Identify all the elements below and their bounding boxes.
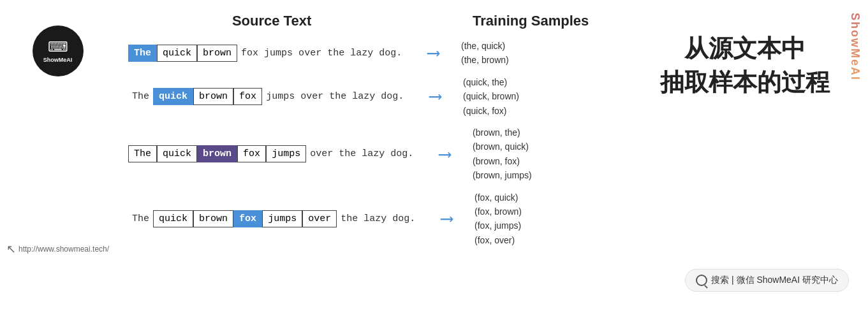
sample-1-1: (the, quick): [461, 39, 589, 53]
token-quick-1: quick: [157, 45, 197, 62]
logo-icon: ⌨: [48, 39, 68, 55]
token-fox-4: fox: [233, 210, 262, 227]
chinese-line2: 抽取样本的过程: [660, 66, 830, 99]
sample-3-1: (brown, the): [473, 126, 600, 140]
token-the-1: The: [128, 45, 157, 62]
plain-fox-1: fox jumps over the lazy dog.: [237, 45, 406, 61]
sample-2-2: (quick, brown): [463, 89, 591, 103]
plain-rest-2: jumps over the lazy dog.: [262, 89, 408, 104]
token-sequence-1: The quick brown fox jumps over the lazy …: [128, 45, 406, 62]
training-samples-3: (brown, the) (brown, quick) (brown, fox)…: [473, 126, 600, 183]
training-samples-4: (fox, quick) (fox, brown) (fox, jumps) (…: [474, 190, 602, 248]
plain-the-4: The: [128, 211, 153, 227]
token-sequence-2: The quick brown fox jumps over the lazy …: [128, 88, 408, 105]
sample-2-3: (quick, fox): [463, 104, 591, 118]
token-jumps-3: jumps: [266, 145, 306, 162]
logo-area: ⌨ ShowMeAI ↖ http://www.showmeai.tech/: [6, 25, 109, 256]
right-panel: 从源文本中 抽取样本的过程: [660, 32, 830, 99]
token-fox-2: fox: [233, 88, 262, 105]
logo-text: ShowMeAI: [43, 57, 73, 63]
training-header: Training Samples: [473, 13, 651, 29]
plain-rest-3: over the lazy dog.: [306, 146, 417, 162]
token-the-3: The: [128, 145, 157, 162]
sample-row-3: The quick brown fox jumps over the lazy …: [128, 126, 862, 183]
sample-4-2: (fox, brown): [474, 204, 602, 219]
logo-circle: ⌨ ShowMeAI: [33, 25, 84, 76]
url-text: http://www.showmeai.tech/: [18, 245, 109, 254]
sample-2-1: (quick, the): [463, 75, 591, 89]
token-brown-3: brown: [197, 145, 237, 162]
headers-row: Source Text Training Samples: [128, 13, 862, 29]
token-sequence-3: The quick brown fox jumps over the lazy …: [128, 145, 417, 162]
sample-4-1: (fox, quick): [474, 190, 602, 204]
token-brown-2: brown: [193, 88, 233, 105]
search-icon: [696, 275, 707, 286]
plain-rest-4: the lazy dog.: [337, 211, 419, 227]
token-quick-4: quick: [153, 210, 193, 227]
arrow-4: ⟶: [441, 208, 452, 229]
token-over-4: over: [302, 210, 337, 227]
sample-3-2: (brown, quick): [473, 140, 600, 154]
arrow-2: ⟶: [430, 85, 441, 107]
arrow-3: ⟶: [439, 143, 450, 165]
token-quick-2: quick: [153, 88, 193, 105]
token-brown-1: brown: [197, 45, 237, 62]
sample-4-3: (fox, jumps): [474, 219, 602, 233]
token-fox-3: fox: [237, 145, 266, 162]
wechat-search: 搜索 | 微信 ShowMeAI 研究中心: [685, 269, 849, 292]
training-samples-1: (the, quick) (the, brown): [461, 39, 589, 68]
wechat-label: 搜索 | 微信 ShowMeAI 研究中心: [711, 275, 838, 286]
token-sequence-4: The quick brown fox jumps over the lazy …: [128, 210, 419, 227]
sample-3-3: (brown, fox): [473, 154, 600, 168]
chinese-line1: 从源文本中: [660, 32, 830, 66]
training-samples-2: (quick, the) (quick, brown) (quick, fox): [463, 75, 591, 118]
token-jumps-4: jumps: [262, 210, 302, 227]
logo-url: ↖ http://www.showmeai.tech/: [6, 242, 109, 256]
source-header: Source Text: [135, 13, 409, 29]
sample-1-2: (the, brown): [461, 53, 589, 67]
token-quick-3: quick: [157, 145, 197, 162]
cursor-icon: ↖: [6, 242, 16, 256]
plain-the-2: The: [128, 89, 153, 104]
arrow-1: ⟶: [428, 42, 439, 64]
chinese-title: 从源文本中 抽取样本的过程: [660, 32, 830, 99]
sample-3-4: (brown, jumps): [473, 168, 600, 182]
token-brown-4: brown: [193, 210, 233, 227]
showmeai-vertical: ShowMeAl: [848, 13, 862, 306]
main-container: ⌨ ShowMeAI ↖ http://www.showmeai.tech/ S…: [0, 0, 868, 330]
sample-row-4: The quick brown fox jumps over the lazy …: [128, 190, 862, 248]
sample-4-4: (fox, over): [474, 233, 602, 247]
